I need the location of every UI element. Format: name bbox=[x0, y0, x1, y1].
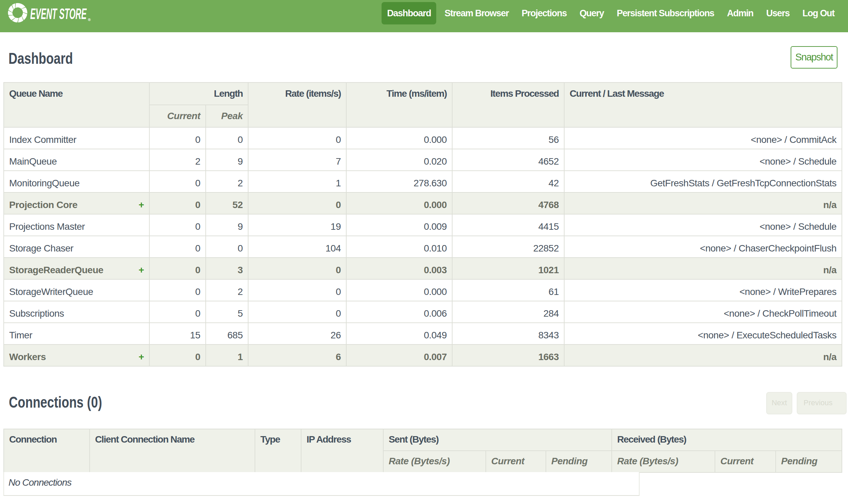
svg-text:EVENT STORE: EVENT STORE bbox=[30, 5, 87, 22]
svg-text:®: ® bbox=[88, 18, 91, 22]
